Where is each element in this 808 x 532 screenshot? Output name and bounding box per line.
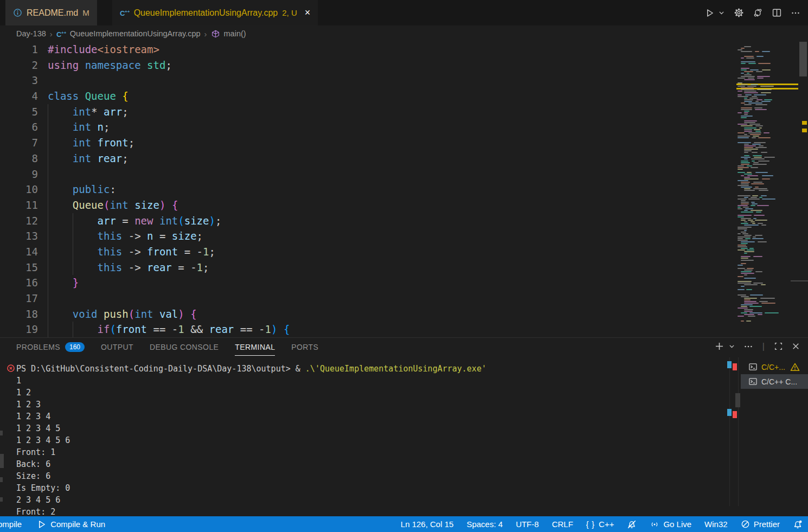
close-panel-icon[interactable]: [791, 342, 800, 351]
indentation-label: Spaces: 4: [466, 520, 503, 529]
breadcrumb-symbol[interactable]: main(): [224, 29, 246, 38]
more-actions-icon[interactable]: [791, 8, 800, 18]
code-line: 8 int rear;: [0, 151, 808, 166]
terminal-profile-icon[interactable]: [728, 343, 735, 350]
code-line: 16 }: [0, 275, 808, 291]
terminal-scrollbar-slider[interactable]: [735, 393, 740, 407]
notifications-bell[interactable]: [793, 520, 803, 529]
settings-icon[interactable]: [734, 8, 744, 18]
breadcrumb-file[interactable]: QueueImplementationUsingArray.cpp: [70, 29, 201, 38]
brackets-icon: { }: [586, 520, 595, 529]
panel-tab-output[interactable]: OUTPUT: [101, 343, 133, 355]
run-icon[interactable]: [705, 8, 715, 18]
eol[interactable]: CRLF: [552, 520, 573, 529]
run-icon[interactable]: [718, 9, 725, 16]
line-number: 8: [0, 151, 38, 166]
line-number: 14: [0, 244, 38, 260]
tab-readme[interactable]: README.md M: [5, 0, 97, 25]
breadcrumb-separator: ›: [204, 29, 207, 39]
panel-tab-label: PROBLEMS: [16, 343, 60, 351]
info-icon: [13, 8, 22, 17]
tab-readme-label: README.md: [27, 8, 78, 18]
line-number: 11: [0, 197, 38, 213]
warning-icon: [790, 362, 800, 372]
code-line: 1#include<iostream>: [0, 42, 808, 57]
line-number: 12: [0, 213, 38, 229]
compile-run-item-label: Compile & Run: [50, 520, 105, 529]
line-number: 19: [0, 322, 38, 337]
terminal-output-line: 2 3 4 5 6: [0, 494, 723, 506]
code-line: 3: [0, 73, 808, 88]
minimap[interactable]: [736, 42, 798, 337]
code-line: 15 this -> rear = -1;: [0, 260, 808, 275]
code-editor[interactable]: 1#include<iostream>2using namespace std;…: [0, 42, 808, 337]
line-number: 15: [0, 260, 38, 275]
language-mode[interactable]: { }C++: [586, 520, 614, 529]
tab-bar: README.md M C++ QueueImplementationUsing…: [0, 0, 808, 25]
cpp-file-icon: C++: [120, 8, 130, 17]
line-number: 5: [0, 104, 38, 120]
breadcrumb-folder[interactable]: Day-138: [16, 29, 46, 38]
terminal-list-item[interactable]: C/C+...: [741, 360, 808, 374]
language-mode-label: C++: [599, 520, 614, 529]
broadcast-icon: [650, 520, 659, 529]
line-number: 4: [0, 88, 38, 104]
close-tab-icon[interactable]: ×: [305, 7, 311, 18]
terminal-command-line: PS D:\GitHub\Consistent-Coding-Daily-DSA…: [0, 363, 723, 375]
scrollbar-slider[interactable]: [799, 42, 807, 76]
terminal-more-icon[interactable]: [743, 342, 753, 351]
panel-tab-debug-console[interactable]: DEBUG CONSOLE: [150, 343, 219, 355]
code-line: 10 public:: [0, 182, 808, 197]
maximize-panel-icon[interactable]: [774, 342, 783, 351]
terminal-mark-red: [733, 363, 737, 370]
go-live-label: Go Live: [663, 520, 691, 529]
code-line: 7 int front;: [0, 135, 808, 151]
panel-tab-label: TERMINAL: [235, 343, 275, 351]
code-line: 14 this -> front = -1;: [0, 244, 808, 260]
code-line: 11 Queue(int size) {: [0, 197, 808, 213]
terminal-output-line: 1 2 3 4: [0, 411, 723, 422]
prettier[interactable]: Prettier: [741, 520, 780, 529]
line-number: 7: [0, 135, 38, 151]
terminal-list: C/C+...C/C++ C...: [741, 360, 808, 389]
panel-tab-terminal[interactable]: TERMINAL: [235, 343, 275, 356]
eol-label: CRLF: [552, 520, 573, 529]
go-live[interactable]: Go Live: [650, 520, 691, 529]
cursor-position[interactable]: Ln 126, Col 15: [401, 520, 454, 529]
encoding[interactable]: UTF-8: [516, 520, 539, 529]
prettier-label: Prettier: [754, 520, 780, 529]
terminal-icon: [748, 377, 758, 386]
terminal-output[interactable]: PS D:\GitHub\Consistent-Coding-Daily-DSA…: [0, 363, 723, 518]
terminal-output-line: Is Empty: 0: [0, 482, 723, 494]
panel-tab-ports[interactable]: PORTS: [291, 343, 318, 355]
compile-run-item[interactable]: Compile & Run: [37, 520, 105, 529]
terminal-mark-blue: [727, 409, 732, 416]
code-line: 19 if(front == -1 && rear == -1) {: [0, 322, 808, 337]
overview-ruler-warning-mark: [802, 129, 807, 132]
terminal-icon: [748, 362, 758, 371]
platform[interactable]: Win32: [704, 520, 728, 529]
code-line: 13 this -> n = size;: [0, 228, 808, 244]
code-line: 18 void push(int val) {: [0, 306, 808, 322]
tab-cpp[interactable]: C++ QueueImplementationUsingArray.cpp 2,…: [112, 0, 318, 25]
terminal-list-label: C/C+...: [761, 363, 785, 371]
terminal-list-label: C/C++ C...: [761, 377, 797, 386]
terminal-output-line: Front: 1: [0, 446, 723, 458]
muted-bell[interactable]: [627, 520, 637, 529]
line-number: 9: [0, 166, 38, 182]
open-changes-icon[interactable]: [753, 8, 763, 18]
split-editor-icon[interactable]: [772, 8, 782, 18]
new-terminal-icon[interactable]: [714, 341, 724, 351]
bottom-panel: PROBLEMS160OUTPUTDEBUG CONSOLETERMINALPO…: [0, 337, 808, 516]
panel-tab-problems[interactable]: PROBLEMS160: [16, 342, 85, 356]
editor-scrollbar[interactable]: [798, 42, 808, 337]
breadcrumb-separator: ›: [50, 29, 53, 39]
compile-item[interactable]: ompile: [0, 520, 22, 529]
svg-text:++: ++: [125, 9, 130, 14]
code-line: 5 int* arr;: [0, 104, 808, 120]
terminal-list-item[interactable]: C/C++ C...: [741, 374, 808, 389]
status-bar: ompileCompile & Run Ln 126, Col 15Spaces…: [0, 516, 808, 532]
bell-slash-icon: [627, 520, 637, 529]
indentation[interactable]: Spaces: 4: [466, 520, 503, 529]
tab-cpp-label: QueueImplementationUsingArray.cpp: [134, 8, 278, 18]
